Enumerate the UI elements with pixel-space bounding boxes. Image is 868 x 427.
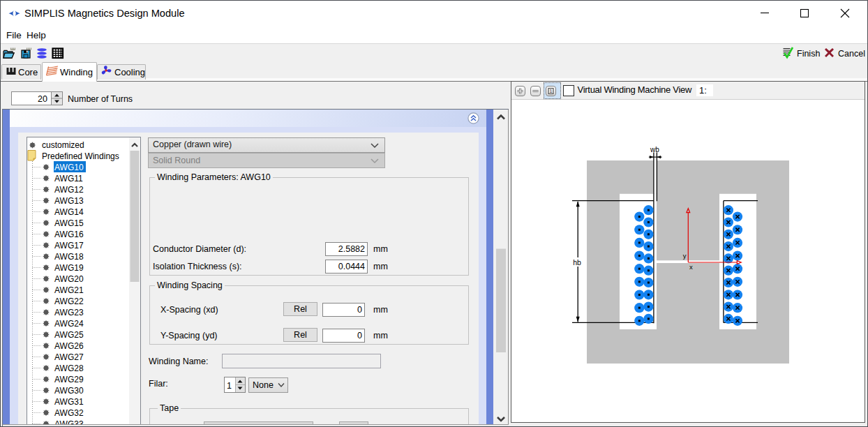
svg-text:wb: wb: [650, 146, 659, 153]
svg-text:hb: hb: [573, 258, 581, 267]
svg-text:1: 1: [550, 89, 553, 93]
svg-text:x: x: [689, 263, 693, 271]
svg-text:y: y: [683, 252, 687, 260]
